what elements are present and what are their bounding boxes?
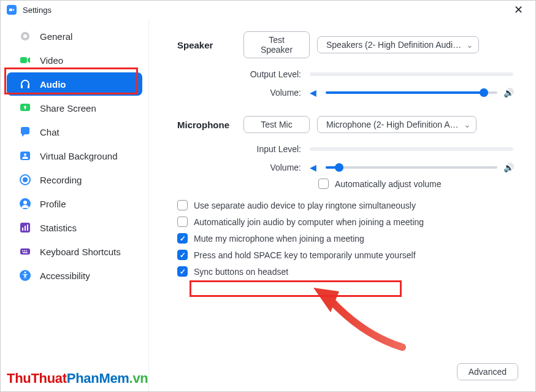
auto-join-audio-row: Automatically join audio by computer whe… — [177, 217, 513, 227]
speaker-device-value: Speakers (2- High Definition Audi… — [326, 40, 461, 50]
speaker-volume-row: Volume: ◀ 🔊 — [177, 88, 513, 98]
virtual-background-icon — [19, 150, 31, 162]
svg-rect-19 — [24, 250, 25, 252]
mute-on-join-row: Mute my microphone when joining a meetin… — [177, 233, 513, 244]
sidebar-item-keyboard-shortcuts[interactable]: Keyboard Shortcuts — [7, 240, 142, 263]
chat-icon — [19, 126, 31, 138]
sidebar-item-label: Recording — [40, 175, 82, 185]
video-icon — [19, 54, 31, 66]
watermark-part1: ThuThuat — [7, 371, 67, 386]
speaker-heading: Speaker — [177, 40, 243, 50]
sidebar-item-label: Share Screen — [40, 103, 96, 113]
volume-high-icon: 🔊 — [503, 163, 513, 172]
accessibility-icon — [19, 269, 31, 282]
microphone-heading: Microphone — [177, 120, 243, 130]
advanced-button[interactable]: Advanced — [457, 363, 518, 380]
sidebar-item-label: Keyboard Shortcuts — [40, 247, 121, 257]
volume-low-icon: ◀ — [310, 163, 320, 172]
auto-adjust-volume-label: Automatically adjust volume — [335, 179, 442, 189]
mic-volume-label: Volume: — [177, 163, 310, 172]
settings-main: General Video Audio Share Screen Chat Vi… — [1, 19, 535, 391]
mic-device-select[interactable]: Microphone (2- High Definition A… ⌄ — [317, 116, 477, 133]
titlebar: Settings ✕ — [1, 1, 535, 19]
svg-rect-21 — [23, 252, 28, 253]
svg-point-8 — [24, 153, 26, 156]
volume-low-icon: ◀ — [310, 88, 320, 98]
svg-rect-17 — [20, 248, 30, 255]
app-icon — [6, 4, 18, 16]
svg-rect-14 — [22, 228, 23, 231]
svg-point-12 — [23, 201, 27, 204]
svg-rect-4 — [21, 85, 23, 88]
sidebar-item-label: Video — [40, 55, 63, 66]
svg-point-2 — [23, 34, 27, 38]
mic-device-value: Microphone (2- High Definition A… — [326, 120, 459, 129]
sidebar-item-label: Profile — [40, 199, 66, 209]
auto-adjust-volume-checkbox[interactable] — [318, 179, 329, 189]
svg-point-10 — [23, 177, 28, 182]
sidebar-item-general[interactable]: General — [7, 25, 142, 48]
sync-headset-checkbox[interactable] — [177, 266, 188, 277]
sidebar-item-label: General — [40, 31, 72, 42]
auto-adjust-volume-row: Automatically adjust volume — [318, 179, 513, 189]
sidebar-item-chat[interactable]: Chat — [7, 120, 142, 144]
sidebar: General Video Audio Share Screen Chat Vi… — [1, 19, 149, 391]
mic-input-level-meter — [310, 147, 513, 151]
sidebar-item-statistics[interactable]: Statistics — [7, 216, 142, 239]
separate-device-label: Use separate audio device to play ringto… — [194, 201, 416, 210]
sidebar-item-profile[interactable]: Profile — [7, 192, 142, 215]
audio-options-group: Use separate audio device to play ringto… — [177, 200, 513, 277]
mic-volume-row: Volume: ◀ 🔊 — [177, 163, 513, 172]
svg-rect-3 — [20, 57, 27, 63]
close-icon[interactable]: ✕ — [509, 2, 528, 18]
chevron-down-icon: ⌄ — [464, 120, 471, 129]
auto-join-audio-checkbox[interactable] — [177, 217, 188, 227]
sidebar-item-label: Accessibility — [40, 271, 90, 281]
auto-join-audio-label: Automatically join audio by computer whe… — [194, 217, 424, 227]
share-screen-icon — [19, 102, 31, 114]
svg-rect-16 — [27, 225, 28, 231]
svg-rect-5 — [28, 85, 29, 88]
audio-settings-panel: Speaker Test Speaker Speakers (2- High D… — [149, 19, 535, 391]
sync-headset-row: Sync buttons on headset — [177, 266, 513, 277]
speaker-volume-slider[interactable] — [326, 91, 497, 94]
keyboard-icon — [19, 245, 31, 258]
sidebar-item-audio[interactable]: Audio — [7, 72, 142, 96]
window-title: Settings — [23, 6, 52, 15]
mic-input-level-row: Input Level: — [177, 144, 513, 154]
sidebar-item-virtual-background[interactable]: Virtual Background — [7, 144, 142, 167]
sync-headset-label: Sync buttons on headset — [194, 267, 288, 277]
speaker-output-level-row: Output Level: — [177, 69, 513, 79]
sidebar-item-label: Audio — [40, 79, 66, 90]
svg-rect-20 — [26, 250, 27, 252]
speaker-output-level-meter — [310, 72, 513, 76]
sidebar-item-label: Virtual Background — [40, 151, 117, 161]
test-mic-button[interactable]: Test Mic — [243, 116, 310, 133]
sidebar-item-recording[interactable]: Recording — [7, 168, 142, 191]
chevron-down-icon: ⌄ — [466, 40, 473, 50]
watermark: ThuThuatPhanMem.vn — [7, 371, 148, 386]
sidebar-item-label: Chat — [40, 127, 59, 137]
separate-device-row: Use separate audio device to play ringto… — [177, 200, 513, 210]
input-level-label: Input Level: — [177, 144, 310, 154]
sidebar-item-accessibility[interactable]: Accessibility — [7, 264, 142, 287]
mic-volume-slider[interactable] — [326, 166, 497, 169]
sidebar-item-video[interactable]: Video — [7, 48, 142, 72]
mute-on-join-checkbox[interactable] — [177, 233, 188, 244]
space-unmute-label: Press and hold SPACE key to temporarily … — [194, 250, 416, 260]
separate-device-checkbox[interactable] — [177, 200, 188, 210]
space-unmute-checkbox[interactable] — [177, 250, 188, 260]
volume-high-icon: 🔊 — [503, 88, 513, 98]
test-speaker-button[interactable]: Test Speaker — [243, 31, 310, 58]
speaker-volume-label: Volume: — [177, 88, 310, 98]
sidebar-item-label: Statistics — [40, 223, 77, 233]
speaker-device-select[interactable]: Speakers (2- High Definition Audi… ⌄ — [317, 36, 479, 53]
statistics-icon — [19, 221, 31, 234]
mute-on-join-label: Mute my microphone when joining a meetin… — [194, 234, 364, 244]
svg-point-23 — [25, 272, 26, 274]
space-unmute-row: Press and hold SPACE key to temporarily … — [177, 250, 513, 260]
record-icon — [19, 174, 31, 186]
svg-rect-15 — [25, 226, 26, 231]
profile-icon — [19, 198, 31, 210]
sidebar-item-share-screen[interactable]: Share Screen — [7, 96, 142, 120]
